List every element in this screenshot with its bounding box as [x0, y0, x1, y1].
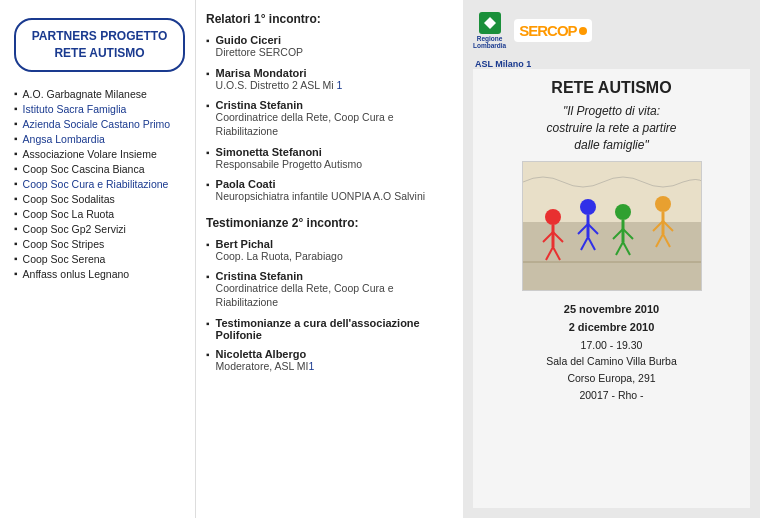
list-item: Angsa Lombardia: [14, 133, 185, 145]
event-address: Corso Europa, 291: [546, 370, 677, 387]
speaker-item: Nicoletta Albergo Moderatore, ASL MI1: [206, 348, 453, 374]
event-date2: 2 dicembre 2010: [546, 319, 677, 337]
list-item: Associazione Volare Insieme: [14, 148, 185, 160]
event-city: 20017 - Rho -: [546, 387, 677, 404]
regione-icon: [479, 12, 501, 34]
list-item: Coop Soc La Ruota: [14, 208, 185, 220]
artwork-image: [522, 161, 702, 291]
svg-point-3: [545, 209, 561, 225]
list-item: Istituto Sacra Famiglia: [14, 103, 185, 115]
list-item: Coop Soc Cascina Bianca: [14, 163, 185, 175]
list-item: Coop Soc Sodalitas: [14, 193, 185, 205]
list-item: Coop Soc Stripes: [14, 238, 185, 250]
right-content: RETE AUTISMO "Il Progetto di vita:costru…: [473, 69, 750, 508]
event-place: Sala del Camino Villa Burba: [546, 353, 677, 370]
list-item: Coop Soc Serena: [14, 253, 185, 265]
event-date1: 25 novembre 2010: [546, 301, 677, 319]
partners-box: PARTNERS PROGETTO RETE AUTISMO: [14, 18, 185, 72]
partners-list: A.O. Garbagnate Milanese Istituto Sacra …: [14, 88, 185, 280]
event-time: 17.00 - 19.30: [546, 337, 677, 354]
speaker-item: Simonetta Stefanoni Responsabile Progett…: [206, 146, 453, 172]
list-item: A.O. Garbagnate Milanese: [14, 88, 185, 100]
event-info: 25 novembre 2010 2 dicembre 2010 17.00 -…: [546, 301, 677, 403]
list-item: Coop Soc Gp2 Servizi: [14, 223, 185, 235]
sercop-text: SERCOP: [519, 22, 576, 39]
speaker-item: Marisa Mondatori U.O.S. Distretto 2 ASL …: [206, 67, 453, 93]
main-title: RETE AUTISMO: [551, 79, 671, 97]
partners-title: PARTNERS PROGETTO RETE AUTISMO: [32, 29, 168, 60]
right-column: RegioneLombardia SERCOP ASL Milano 1 RET…: [463, 0, 760, 518]
svg-point-9: [580, 199, 596, 215]
speaker-item: Bert Pichal Coop. La Ruota, Parabiago: [206, 238, 453, 264]
logo-sercop: SERCOP: [514, 19, 591, 42]
speaker-item: Paola Coati Neuropsichiatra infantile UO…: [206, 178, 453, 204]
section1-title: Relatori 1° incontro:: [206, 12, 453, 26]
middle-column: Relatori 1° incontro: Guido Ciceri Diret…: [195, 0, 463, 518]
section2-title: Testimonianze 2° incontro:: [206, 216, 453, 230]
logos-row: RegioneLombardia SERCOP: [473, 12, 750, 49]
left-column: PARTNERS PROGETTO RETE AUTISMO A.O. Garb…: [0, 0, 195, 518]
svg-point-21: [655, 196, 671, 212]
speaker-item: Cristina Stefanin Coordinatrice della Re…: [206, 99, 453, 138]
logo-regione-lombardia: RegioneLombardia: [473, 12, 506, 49]
asl-label: ASL Milano 1: [473, 59, 531, 69]
project-subtitle: "Il Progetto di vita:costruire la rete a…: [546, 103, 676, 153]
list-item: Azienda Sociale Castano Primo: [14, 118, 185, 130]
svg-rect-2: [523, 222, 702, 291]
list-item: Coop Soc Cura e Riabilitazione: [14, 178, 185, 190]
regione-label: RegioneLombardia: [473, 35, 506, 49]
list-item: Anffass onlus Legnano: [14, 268, 185, 280]
speaker-item: Cristina Stefanin Coordinatrice della Re…: [206, 270, 453, 309]
speaker-item: Testimonianze a cura dell'associazione P…: [206, 317, 453, 341]
speaker-item: Guido Ciceri Direttore SERCOP: [206, 34, 453, 60]
svg-point-15: [615, 204, 631, 220]
sercop-dot: [579, 27, 587, 35]
speakers-list-2: Bert Pichal Coop. La Ruota, Parabiago Cr…: [206, 238, 453, 374]
speakers-list-1: Guido Ciceri Direttore SERCOP Marisa Mon…: [206, 34, 453, 204]
